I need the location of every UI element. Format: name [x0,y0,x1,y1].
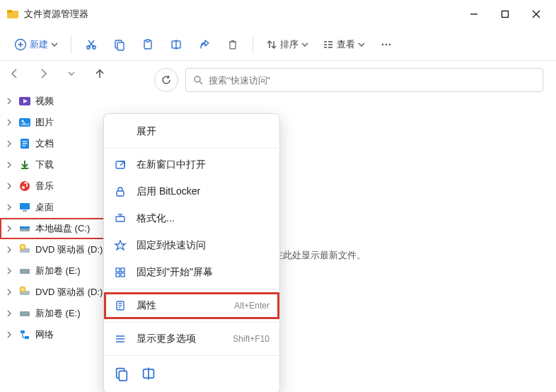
cut-button[interactable] [79,33,104,56]
dvd-icon [18,286,31,299]
chevron-right-icon [4,202,14,212]
ctx-bitlocker[interactable]: 启用 BitLocker [104,178,279,205]
sidebar-item-label: 视频 [35,95,54,108]
svg-point-61 [28,314,29,316]
svg-point-31 [386,43,388,45]
download-icon [18,158,31,171]
svg-point-30 [382,43,384,45]
nav-row [0,61,141,86]
sidebar-item-label: DVD 驱动器 (D:) [35,243,103,256]
drive-icon [18,222,31,235]
svg-point-51 [28,229,29,231]
svg-rect-47 [20,203,30,209]
svg-point-66 [195,76,200,82]
ctx-expand[interactable]: 展开 [104,118,279,145]
more-button[interactable] [373,33,399,56]
ctx-label: 固定到"开始"屏幕 [137,266,270,279]
rename-button[interactable] [163,33,189,56]
svg-rect-16 [146,40,150,42]
chevron-right-icon [4,160,14,170]
separator [253,35,253,54]
sidebar-item-label: 下载 [35,158,54,171]
sidebar-item-label: 图片 [35,116,54,129]
delete-button[interactable] [220,33,245,56]
close-button[interactable] [521,0,552,28]
chevron-right-icon [4,181,14,191]
view-button[interactable]: 查看 [317,33,371,56]
video-icon [18,95,31,108]
lock-icon [114,185,127,198]
recent-dropdown[interactable] [61,63,82,84]
forward-button[interactable] [33,63,54,84]
network-icon [18,328,31,341]
svg-point-59 [22,289,23,290]
sidebar-item-videos[interactable]: 视频 [0,91,141,112]
maximize-button[interactable] [490,0,521,28]
drive-icon [18,265,31,277]
up-button[interactable] [89,63,110,84]
copy-button[interactable] [107,33,132,56]
svg-rect-55 [20,269,30,274]
window-title: 文件资源管理器 [24,8,88,21]
minimize-button[interactable] [458,0,490,28]
open-window-icon [114,158,127,171]
search-box[interactable] [185,68,543,92]
chevron-right-icon [4,224,14,234]
ctx-pin-start[interactable]: 固定到"开始"屏幕 [104,259,279,286]
svg-rect-3 [502,11,509,18]
search-input[interactable] [209,75,535,86]
toolbar: 新建 排序 查看 [0,28,556,61]
pictures-icon [18,116,31,129]
context-menu: 展开 在新窗口中打开 启用 BitLocker 格式化... 固定到快速访问 固… [103,113,280,392]
chevron-right-icon [4,139,14,149]
svg-marker-81 [115,241,125,250]
ctx-open-new-window[interactable]: 在新窗口中打开 [104,151,279,178]
ctx-label: 在新窗口中打开 [137,158,270,171]
sidebar-item-label: 桌面 [35,201,54,214]
dvd-icon [18,243,31,256]
ctx-pin-quick-access[interactable]: 固定到快速访问 [104,232,279,259]
sidebar-item-label: 文档 [35,137,54,150]
rename-mini-icon[interactable] [141,366,156,381]
share-button[interactable] [192,33,217,56]
ctx-label: 显示更多选项 [137,333,223,345]
sidebar-item-label: 本地磁盘 (C:) [35,222,90,235]
svg-line-67 [199,81,202,84]
back-button[interactable] [4,63,25,84]
svg-rect-19 [230,42,236,49]
sort-button[interactable]: 排序 [260,33,314,56]
ctx-properties[interactable]: 属性 Alt+Enter [104,292,279,319]
ctx-format[interactable]: 格式化... [104,205,279,232]
folder-icon [7,8,18,20]
ctx-label: 启用 BitLocker [137,185,270,198]
svg-rect-1 [7,10,12,13]
svg-line-76 [120,161,124,166]
sidebar-item-label: 网络 [35,328,54,341]
paste-button[interactable] [135,33,161,56]
view-label: 查看 [337,38,355,51]
sidebar-item-label: 新加卷 (E:) [35,265,81,277]
svg-point-37 [22,120,24,122]
context-menu-icon-row [104,359,279,388]
ctx-show-more[interactable]: 显示更多选项 Shift+F10 [104,325,279,352]
new-button[interactable]: 新建 [8,33,64,56]
properties-icon [114,299,127,312]
separator [71,35,71,54]
ctx-accel: Shift+F10 [233,334,270,344]
pin-start-icon [114,266,127,279]
copy-mini-icon[interactable] [114,366,129,381]
svg-rect-83 [121,268,124,272]
chevron-right-icon [4,245,14,255]
svg-rect-85 [121,273,124,277]
refresh-button[interactable] [154,68,178,92]
svg-point-56 [28,272,29,273]
separator [104,355,279,356]
svg-rect-84 [116,273,120,277]
svg-point-46 [22,186,25,189]
svg-rect-50 [20,226,30,229]
svg-rect-48 [23,210,27,212]
sort-label: 排序 [280,38,299,51]
document-icon [18,137,31,150]
format-icon [114,212,127,225]
chevron-right-icon [4,117,14,127]
